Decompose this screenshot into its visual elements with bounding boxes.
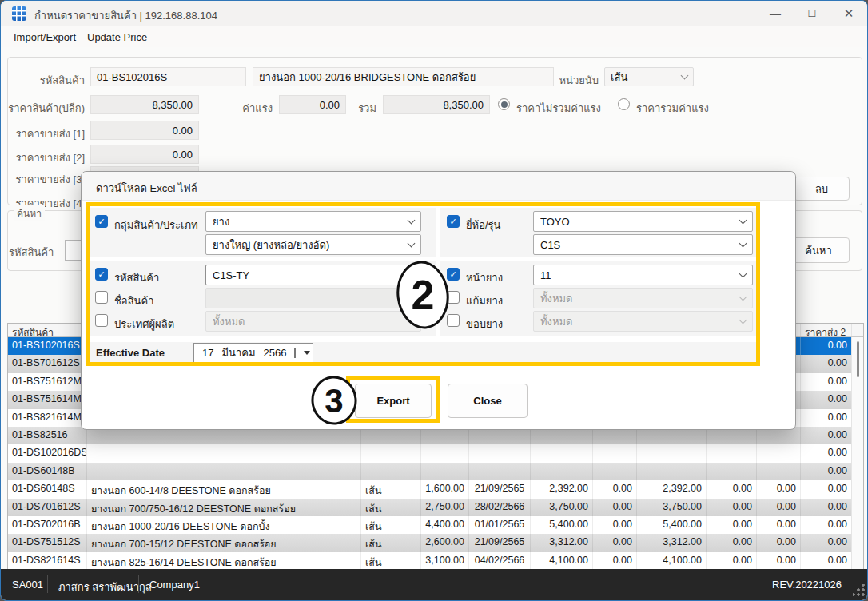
group-combobox[interactable]: ยาง xyxy=(205,211,421,232)
chevron-down-icon xyxy=(408,217,416,225)
title-bar: กำหนดราคาขายสินค้า | 192.168.88.104 — ☐ … xyxy=(1,1,867,26)
table-cell: 01/01/2565 xyxy=(469,516,531,534)
rim-combobox[interactable]: ทั้งหมด xyxy=(533,311,753,332)
dialog-title: ดาวน์โหลด Excel ไฟล์ xyxy=(96,180,197,197)
brand-value: TOYO xyxy=(540,216,570,228)
delete-button[interactable]: ลบ xyxy=(794,177,850,201)
radio-price-incl-labor[interactable] xyxy=(618,98,630,110)
status-separator xyxy=(47,575,48,593)
radio-price-excl-labor-label: ราคาไม่รวมค่าแรง xyxy=(516,100,601,117)
wholesale1-field[interactable]: 0.00 xyxy=(90,121,199,140)
table-cell: 0.00 xyxy=(801,409,852,427)
table-cell xyxy=(593,444,637,462)
vertical-scrollbar-thumb[interactable] xyxy=(857,341,859,377)
table-row[interactable]: 01-DS751512Sยางนอก 700-15/12 DEESTONE ดอ… xyxy=(8,534,863,551)
checkbox-sidewall[interactable] xyxy=(447,291,460,304)
rim-value: ทั้งหมด xyxy=(540,313,573,330)
table-cell: 3,312.00 xyxy=(637,534,707,551)
table-row[interactable]: 01-DS702016Bยางนอก 1000-20/16 DEESTONE ด… xyxy=(8,516,863,534)
name-input[interactable] xyxy=(205,288,421,308)
dialog-title-bar: ดาวน์โหลด Excel ไฟล์ xyxy=(82,172,795,201)
table-cell xyxy=(87,463,361,480)
close-button[interactable]: ✕ xyxy=(830,1,867,26)
table-cell: 0.00 xyxy=(757,534,801,551)
group-value: ยาง xyxy=(213,213,229,230)
table-cell: 01-DS60148B xyxy=(8,463,87,480)
header-price2[interactable]: ราคาส่ง 2 xyxy=(801,324,852,336)
effective-date-label: Effective Date xyxy=(96,347,165,359)
table-cell: 28/02/2566 xyxy=(469,499,531,516)
date-day: 17 xyxy=(202,347,213,359)
table-row[interactable]: 01-DS701612Sยางนอก 700/750-16/12 DEESTON… xyxy=(8,499,863,516)
download-excel-dialog: ดาวน์โหลด Excel ไฟล์ กลุ่มสินค้า/ประเภท … xyxy=(81,171,796,430)
radio-price-excl-labor[interactable] xyxy=(498,98,510,110)
table-cell xyxy=(421,444,469,462)
table-cell xyxy=(421,463,469,480)
code-input[interactable]: C1S-TY xyxy=(205,265,421,285)
unit-value: เส้น xyxy=(611,69,627,86)
table-cell: 01-DS60148S xyxy=(8,480,87,498)
table-cell: 2,392.00 xyxy=(531,480,593,498)
checkbox-name[interactable] xyxy=(95,291,108,304)
labor-field[interactable]: 0.00 xyxy=(279,95,346,114)
table-cell: 01-BS821614MF xyxy=(8,409,87,427)
date-month: มีนาคม xyxy=(221,344,255,361)
code-label: รหัสสินค้า xyxy=(114,269,159,286)
tread-combobox[interactable]: 11 xyxy=(533,265,753,285)
table-cell: 4,100.00 xyxy=(637,552,707,570)
search-code-label: รหัสสินค้า xyxy=(9,244,58,261)
table-row[interactable]: 01-DS821614Sยางนอก 825-16/14 DEESTONE ดอ… xyxy=(8,552,863,570)
status-separator xyxy=(138,575,139,593)
wholesale1-label: ราคาขายส่ง [1] xyxy=(1,125,85,142)
wholesale2-field[interactable]: 0.00 xyxy=(90,145,199,164)
total-field[interactable]: 8,350.00 xyxy=(383,95,490,114)
unit-label: หน่วยนับ xyxy=(512,72,599,89)
checkbox-brand[interactable] xyxy=(447,215,460,228)
checkbox-country[interactable] xyxy=(95,314,108,327)
maximize-button[interactable]: ☐ xyxy=(794,1,830,26)
resize-grip-icon[interactable] xyxy=(853,584,866,597)
checkbox-code[interactable] xyxy=(95,268,108,281)
checkbox-group[interactable] xyxy=(95,215,108,228)
menu-update-price[interactable]: Update Price xyxy=(82,30,152,45)
country-combobox[interactable]: ทั้งหมด xyxy=(205,311,421,332)
table-cell: ยางนอก 1000-20/16 DEESTONE ดอกบั้ง xyxy=(87,516,361,534)
minimize-button[interactable]: — xyxy=(757,1,794,26)
subgroup-combobox[interactable]: ยางใหญ่ (ยางหล่อ/ยางอัด) xyxy=(205,234,421,255)
table-cell: 0.00 xyxy=(593,534,637,551)
unit-combobox[interactable]: เส้น xyxy=(604,67,694,86)
vertical-scrollbar[interactable] xyxy=(851,337,863,601)
search-button[interactable]: ค้นหา xyxy=(787,237,850,263)
checkbox-tread[interactable] xyxy=(447,268,460,281)
header-code[interactable]: รหัสสินค้า xyxy=(8,324,87,336)
table-cell: 21/09/2565 xyxy=(469,534,531,551)
table-cell: เส้น xyxy=(361,534,421,551)
checkbox-rim[interactable] xyxy=(447,314,460,327)
table-cell: เส้น xyxy=(361,499,421,516)
export-button[interactable]: Export xyxy=(355,384,432,418)
brand-combobox[interactable]: TOYO xyxy=(533,211,753,232)
table-row[interactable]: 01-DS102016DS0.00 xyxy=(8,444,863,462)
chevron-down-icon xyxy=(681,72,689,80)
table-cell: 0.00 xyxy=(801,355,852,372)
panel-effective-date xyxy=(90,342,757,364)
table-row[interactable]: 01-DS60148Sยางนอก 600-14/8 DEESTONE ดอกส… xyxy=(8,480,863,498)
close-dialog-button[interactable]: Close xyxy=(448,384,528,418)
menu-import-export[interactable]: Import/Export xyxy=(9,30,81,45)
table-cell: ยางนอก 700-15/12 DEESTONE ดอกสร้อย xyxy=(87,534,361,551)
model-combobox[interactable]: C1S xyxy=(533,234,753,255)
product-name-field[interactable]: ยางนอก 1000-20/16 BRIDGESTONE ดอกสร้อย xyxy=(253,67,554,86)
status-company: Company1 xyxy=(149,579,200,591)
table-cell: 0.00 xyxy=(707,552,757,570)
table-row[interactable]: 01-DS60148B0.00 xyxy=(8,463,863,480)
chevron-down-icon xyxy=(739,293,747,301)
table-cell: เส้น xyxy=(361,552,421,570)
retail-price-field[interactable]: 8,350.00 xyxy=(90,95,199,114)
effective-date-picker[interactable]: 17 มีนาคม 2566 xyxy=(193,343,313,363)
product-code-field[interactable]: 01-BS102016S xyxy=(90,67,246,86)
table-cell: 01-DS701612S xyxy=(8,499,87,516)
table-cell: 0.00 xyxy=(593,516,637,534)
sidewall-combobox[interactable]: ทั้งหมด xyxy=(533,288,753,308)
table-cell: 0.00 xyxy=(707,499,757,516)
country-value: ทั้งหมด xyxy=(213,313,245,330)
